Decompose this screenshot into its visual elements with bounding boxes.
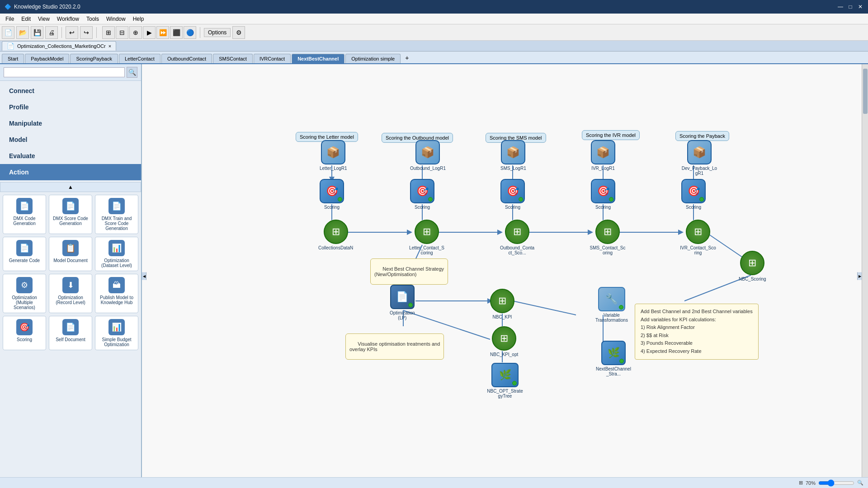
stop-button[interactable]: ⬛ bbox=[170, 26, 183, 39]
tool-optimization-dataset[interactable]: 📊 Optimization (Dataset Level) bbox=[95, 237, 138, 271]
node-ivr-logr1[interactable]: 📦 IVR_LogR1 bbox=[591, 140, 615, 171]
node-variable-trans-icon: 🔧 bbox=[598, 287, 625, 311]
grid2-button[interactable]: ⊟ bbox=[116, 26, 128, 39]
node-dev-payback-logr1[interactable]: 📦 Dev_Payback_LogR1 bbox=[681, 140, 717, 176]
tool-dmx-score[interactable]: 📄 DMX Score Code Generation bbox=[49, 195, 92, 234]
tab-paybackmodel[interactable]: PaybackModel bbox=[25, 54, 69, 63]
v-scrollbar-thumb[interactable] bbox=[863, 69, 868, 114]
node-sms-logr1[interactable]: 📦 SMS_LogR1 bbox=[500, 140, 526, 171]
nav-evaluate[interactable]: Evaluate bbox=[0, 148, 141, 164]
options-button[interactable]: Options bbox=[204, 28, 231, 37]
search-input[interactable] bbox=[4, 67, 125, 77]
node-sms-contact-scoring[interactable]: ⊞ SMS_Contact_Scoring bbox=[590, 220, 626, 255]
scroll-up-arrow[interactable]: ▲ bbox=[0, 182, 141, 192]
tool-self-document[interactable]: 📄 Self Document bbox=[49, 316, 92, 350]
right-collapse-handle[interactable]: ▶ bbox=[857, 272, 862, 280]
tab-scoringpayback[interactable]: ScoringPayback bbox=[70, 54, 118, 63]
nav-action[interactable]: Action bbox=[0, 164, 141, 180]
vertical-scrollbar[interactable] bbox=[862, 64, 868, 482]
redo-button[interactable]: ↪ bbox=[80, 26, 93, 39]
tab-add-button[interactable]: + bbox=[401, 52, 412, 63]
tool-generate-code[interactable]: 📄 Generate Code bbox=[3, 237, 46, 271]
tool-publish-model[interactable]: 🏔 Publish Model to Knowledge Hub bbox=[95, 274, 138, 313]
grid1-button[interactable]: ⊞ bbox=[102, 26, 115, 39]
menu-tools[interactable]: Tools bbox=[83, 15, 103, 23]
tool-scoring[interactable]: 🎯 Scoring bbox=[3, 316, 46, 350]
tab-ivrcontact[interactable]: IVRContact bbox=[254, 54, 291, 63]
tab-nextbestchannel[interactable]: NextBestChannel bbox=[292, 54, 344, 63]
undo-button[interactable]: ↩ bbox=[66, 26, 78, 39]
node-ivr-contact-scoring[interactable]: ⊞ IVR_Contact_Scoring bbox=[680, 220, 716, 255]
tab-optimizationsimple[interactable]: Optimization simple bbox=[345, 54, 401, 63]
menu-help[interactable]: Help bbox=[129, 15, 148, 23]
zoom-out-icon[interactable]: 🔍 bbox=[857, 480, 863, 486]
tab-outboundcontact[interactable]: OutboundContact bbox=[161, 54, 212, 63]
close-button[interactable]: ✕ bbox=[857, 4, 863, 10]
menu-view[interactable]: View bbox=[34, 15, 53, 23]
zoom-slider[interactable] bbox=[818, 479, 854, 487]
settings-button[interactable]: ⚙ bbox=[232, 26, 245, 39]
nav-connect[interactable]: Connect bbox=[0, 83, 141, 99]
node-optimization-lp[interactable]: 📄 Optimization(LP) bbox=[390, 285, 415, 320]
node-letter-logr1[interactable]: 📦 Letter_LogR1 bbox=[320, 140, 347, 171]
play-button[interactable]: ▶ bbox=[143, 26, 156, 39]
tool-optimization-record[interactable]: ⬇ Optimization (Record Level) bbox=[49, 274, 92, 313]
menu-workflow[interactable]: Workflow bbox=[53, 15, 83, 23]
open-button[interactable]: 📂 bbox=[16, 26, 29, 39]
save-button[interactable]: 💾 bbox=[31, 26, 43, 39]
node-scoring-payback[interactable]: 🎯 Scoring bbox=[681, 179, 706, 210]
fast-forward-button[interactable]: ⏩ bbox=[156, 26, 169, 39]
new-button[interactable]: 📄 bbox=[2, 26, 14, 39]
zoom-label: 70% bbox=[806, 480, 816, 486]
menu-edit[interactable]: Edit bbox=[18, 15, 34, 23]
tool-simple-budget[interactable]: 📊 Simple Budget Optimization bbox=[95, 316, 138, 350]
node-outbound-contact-sco[interactable]: ⊞ Outbound_Contact_Sco... bbox=[499, 220, 535, 255]
node-scoring-sms[interactable]: 🎯 Scoring bbox=[500, 179, 525, 210]
toolbar: 📄 📂 💾 🖨 ↩ ↪ ⊞ ⊟ ⊕ ▶ ⏩ ⬛ 🔵 Options ⚙ bbox=[0, 24, 868, 41]
node-scoring-letter[interactable]: 🎯 Scoring bbox=[320, 179, 344, 210]
tab-lettercontact[interactable]: LetterContact bbox=[119, 54, 160, 63]
node-outbound-logr1[interactable]: 📦 Outbound_LogR1 bbox=[410, 140, 446, 171]
print-button[interactable]: 🖨 bbox=[45, 26, 58, 39]
toolbar-separator-3 bbox=[200, 27, 200, 38]
node-collections-data[interactable]: ⊞ CollectionsDataN bbox=[318, 220, 353, 250]
search-button[interactable]: 🔍 bbox=[127, 67, 137, 78]
node-nbc-opt-strategytree[interactable]: 🌿 NBC_OPT_StrategyTree bbox=[487, 363, 523, 399]
tool-model-doc[interactable]: 📋 Model Document bbox=[49, 237, 92, 271]
node-nbc-opt-label: NBC_OPT_StrategyTree bbox=[487, 389, 523, 399]
minimize-button[interactable]: — bbox=[837, 4, 844, 10]
maximize-button[interactable]: □ bbox=[847, 4, 854, 10]
node-letter-logr1-label: Letter_LogR1 bbox=[320, 166, 347, 171]
tool-grid: 📄 DMX Code Generation 📄 DMX Score Code G… bbox=[0, 192, 141, 478]
node-ivr-contact-scoring-label: IVR_Contact_Scoring bbox=[680, 245, 716, 255]
menu-window[interactable]: Window bbox=[103, 15, 129, 23]
annotation-payback: Scoring the Payback bbox=[675, 131, 729, 141]
nav-manipulate[interactable]: Manipulate bbox=[0, 115, 141, 131]
tool-optimization-multiple[interactable]: ⚙ Optimization (Multiple Scenarios) bbox=[3, 274, 46, 313]
menu-file[interactable]: File bbox=[2, 15, 18, 23]
node-variable-transformations[interactable]: 🔧 VariableTransformations bbox=[595, 287, 628, 323]
tool-dmx-code[interactable]: 📄 DMX Code Generation bbox=[3, 195, 46, 234]
canvas-area[interactable]: ◀ ▶ bbox=[142, 64, 868, 488]
node-nextbestchannel-stra[interactable]: 🌿 NextBestChannel_Stra... bbox=[595, 341, 632, 376]
left-collapse-handle[interactable]: ◀ bbox=[142, 272, 146, 280]
tool-dmx-train[interactable]: 📄 DMX Train and Score Code Generation bbox=[95, 195, 138, 234]
file-tab[interactable]: 📄 Optimization_Collections_MarketingOCr … bbox=[2, 41, 116, 51]
node-scoring-outbound[interactable]: 🎯 Scoring bbox=[410, 179, 434, 210]
deploy-button[interactable]: 🔵 bbox=[184, 26, 196, 39]
file-tab-close[interactable]: × bbox=[108, 43, 111, 49]
node-nbc-scoring[interactable]: ⊞ NBC_Scoring bbox=[739, 251, 766, 282]
target-button[interactable]: ⊕ bbox=[129, 26, 142, 39]
layout-icon: ⊞ bbox=[799, 480, 803, 486]
node-nbc-kpi[interactable]: ⊞ NBC_KPI bbox=[490, 289, 514, 319]
tooltip-line-3: 1) Risk Alignment Factor bbox=[641, 324, 753, 332]
node-nbc-kpi-opt-label: NBC_KPI_opt bbox=[490, 352, 518, 357]
nav-model[interactable]: Model bbox=[0, 131, 141, 148]
tab-smscontact[interactable]: SMSContact bbox=[213, 54, 253, 63]
node-scoring-ivr[interactable]: 🎯 Scoring bbox=[591, 179, 615, 210]
nav-profile[interactable]: Profile bbox=[0, 99, 141, 115]
node-nbc-kpi-opt[interactable]: ⊞ NBC_KPI_opt bbox=[490, 326, 518, 357]
tab-start[interactable]: Start bbox=[2, 54, 24, 63]
node-letter-contact-scoring[interactable]: ⊞ Letter_Contact_Scoring bbox=[409, 220, 445, 255]
green-dot-scoring-letter bbox=[338, 197, 342, 202]
